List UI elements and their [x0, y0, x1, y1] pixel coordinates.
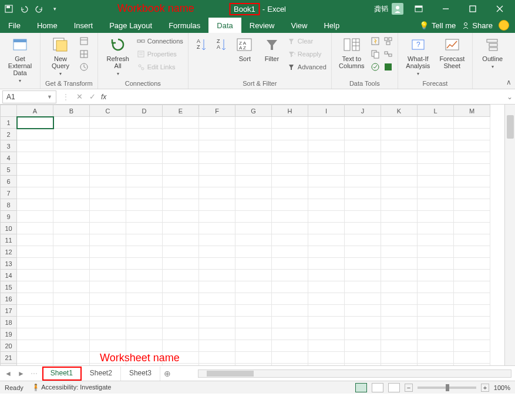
- cell[interactable]: [454, 117, 490, 129]
- cell[interactable]: [418, 352, 454, 364]
- cell[interactable]: [454, 328, 490, 340]
- cell[interactable]: [345, 293, 381, 305]
- cell[interactable]: [272, 199, 308, 211]
- cell[interactable]: [345, 270, 381, 281]
- vertical-scroll-thumb[interactable]: [507, 115, 514, 139]
- cell[interactable]: [90, 293, 126, 305]
- cell[interactable]: [308, 199, 345, 211]
- cell[interactable]: [272, 234, 308, 246]
- cell[interactable]: [90, 211, 126, 223]
- cell[interactable]: [272, 317, 308, 328]
- tab-insert[interactable]: Insert: [66, 18, 102, 33]
- cell[interactable]: [418, 223, 454, 234]
- cell[interactable]: [163, 117, 199, 129]
- column-header[interactable]: E: [163, 105, 199, 117]
- cell[interactable]: [345, 328, 381, 340]
- cell[interactable]: [235, 199, 272, 211]
- cell[interactable]: [454, 129, 490, 140]
- tab-home[interactable]: Home: [29, 18, 66, 33]
- cell[interactable]: [308, 246, 345, 258]
- cell[interactable]: [90, 129, 126, 140]
- cell[interactable]: [454, 258, 490, 270]
- cell[interactable]: [272, 305, 308, 317]
- cell[interactable]: [126, 140, 163, 152]
- cell[interactable]: [418, 293, 454, 305]
- cell[interactable]: [235, 176, 272, 187]
- cell[interactable]: [235, 340, 272, 352]
- cell[interactable]: [90, 340, 126, 352]
- cell[interactable]: [163, 129, 199, 140]
- cell[interactable]: [272, 117, 308, 129]
- cell[interactable]: [53, 187, 90, 199]
- cell[interactable]: [454, 305, 490, 317]
- column-header[interactable]: J: [345, 105, 381, 117]
- cell[interactable]: [308, 223, 345, 234]
- tab-help[interactable]: Help: [315, 18, 348, 33]
- cell[interactable]: [454, 246, 490, 258]
- cell[interactable]: [163, 223, 199, 234]
- cell[interactable]: [163, 305, 199, 317]
- row-header[interactable]: 9: [1, 211, 17, 223]
- cell[interactable]: [381, 223, 418, 234]
- cell[interactable]: [272, 164, 308, 176]
- cell[interactable]: [53, 258, 90, 270]
- cell[interactable]: [235, 258, 272, 270]
- cell[interactable]: [90, 305, 126, 317]
- row-header[interactable]: 3: [1, 140, 17, 152]
- cell[interactable]: [308, 164, 345, 176]
- cell[interactable]: [272, 187, 308, 199]
- cell[interactable]: [17, 246, 53, 258]
- cell[interactable]: [199, 140, 235, 152]
- cell[interactable]: [381, 352, 418, 364]
- cell[interactable]: [272, 140, 308, 152]
- cell[interactable]: [308, 281, 345, 293]
- cell[interactable]: [345, 187, 381, 199]
- column-header[interactable]: I: [308, 105, 345, 117]
- cell[interactable]: [199, 129, 235, 140]
- cell[interactable]: [454, 293, 490, 305]
- cell[interactable]: [90, 187, 126, 199]
- cell[interactable]: [163, 176, 199, 187]
- refresh-all-button[interactable]: Refresh All ▾: [103, 35, 133, 78]
- cell[interactable]: [381, 317, 418, 328]
- show-queries-button[interactable]: [79, 35, 89, 47]
- row-header[interactable]: 19: [1, 328, 17, 340]
- cell[interactable]: [53, 140, 90, 152]
- cell[interactable]: [199, 364, 235, 366]
- cell[interactable]: [17, 317, 53, 328]
- cell[interactable]: [418, 117, 454, 129]
- cell[interactable]: [308, 305, 345, 317]
- cell[interactable]: [163, 317, 199, 328]
- cell[interactable]: [199, 281, 235, 293]
- cell[interactable]: [53, 352, 90, 364]
- cell[interactable]: [272, 176, 308, 187]
- cell[interactable]: [345, 199, 381, 211]
- cell[interactable]: [126, 281, 163, 293]
- cell[interactable]: [381, 281, 418, 293]
- cell[interactable]: [199, 223, 235, 234]
- filter-button[interactable]: Filter: [260, 35, 284, 62]
- cell[interactable]: [199, 152, 235, 164]
- user-avatar-icon[interactable]: [392, 3, 403, 15]
- column-header[interactable]: K: [381, 105, 418, 117]
- cell[interactable]: [126, 305, 163, 317]
- cell[interactable]: [308, 176, 345, 187]
- cell[interactable]: [272, 152, 308, 164]
- cell[interactable]: [381, 258, 418, 270]
- cell[interactable]: [126, 246, 163, 258]
- row-header[interactable]: 14: [1, 270, 17, 281]
- cell[interactable]: [163, 328, 199, 340]
- cell[interactable]: [418, 187, 454, 199]
- cell[interactable]: [381, 340, 418, 352]
- cell[interactable]: [235, 270, 272, 281]
- cell[interactable]: [308, 187, 345, 199]
- cell[interactable]: [235, 187, 272, 199]
- cell[interactable]: [235, 246, 272, 258]
- cell[interactable]: [53, 328, 90, 340]
- tab-file[interactable]: File: [0, 18, 29, 33]
- cell[interactable]: [163, 246, 199, 258]
- column-header[interactable]: D: [126, 105, 163, 117]
- cell[interactable]: [418, 270, 454, 281]
- cell[interactable]: [454, 340, 490, 352]
- cell[interactable]: [418, 317, 454, 328]
